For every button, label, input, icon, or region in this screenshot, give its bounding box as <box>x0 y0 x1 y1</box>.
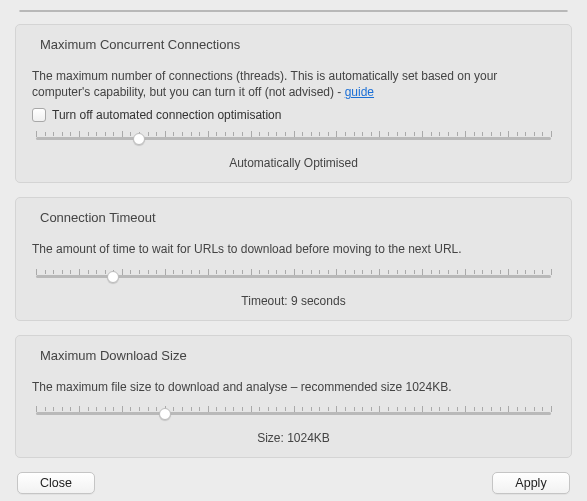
checkbox-label: Turn off automated connection optimisati… <box>52 108 281 122</box>
panels-container: Maximum Concurrent Connections The maxim… <box>15 24 572 472</box>
slider-container: Size: 1024KB <box>36 403 551 445</box>
connection-timeout-slider[interactable] <box>36 266 551 286</box>
slider-thumb[interactable] <box>133 133 145 145</box>
panel-title: Connection Timeout <box>40 210 555 225</box>
slider-caption: Timeout: 9 seconds <box>36 294 551 308</box>
slider-caption: Automatically Optimised <box>36 156 551 170</box>
slider-thumb[interactable] <box>107 271 119 283</box>
panel-max-concurrent-connections: Maximum Concurrent Connections The maxim… <box>15 24 572 183</box>
panel-connection-timeout: Connection Timeout The amount of time to… <box>15 197 572 320</box>
checkbox-row: Turn off automated connection optimisati… <box>32 108 555 122</box>
max-download-size-slider[interactable] <box>36 403 551 423</box>
panel-title: Maximum Concurrent Connections <box>40 37 555 52</box>
footer-buttons: Close Apply <box>15 472 572 494</box>
panel-desc-text: The maximum number of connections (threa… <box>32 69 497 99</box>
panel-description: The maximum file size to download and an… <box>32 379 555 395</box>
panel-max-download-size: Maximum Download Size The maximum file s… <box>15 335 572 458</box>
slider-container: Timeout: 9 seconds <box>36 266 551 308</box>
guide-link[interactable]: guide <box>345 85 374 99</box>
apply-button[interactable]: Apply <box>492 472 570 494</box>
panel-description: The maximum number of connections (threa… <box>32 68 555 100</box>
slider-thumb[interactable] <box>159 408 171 420</box>
concurrent-connections-slider[interactable] <box>36 128 551 148</box>
panel-title: Maximum Download Size <box>40 348 555 363</box>
slider-container: Automatically Optimised <box>36 128 551 170</box>
slider-caption: Size: 1024KB <box>36 431 551 445</box>
panel-description: The amount of time to wait for URLs to d… <box>32 241 555 257</box>
tab-bar: Connections Link Analysis User Agent Lin… <box>19 10 568 12</box>
close-button[interactable]: Close <box>17 472 95 494</box>
turn-off-optimisation-checkbox[interactable] <box>32 108 46 122</box>
